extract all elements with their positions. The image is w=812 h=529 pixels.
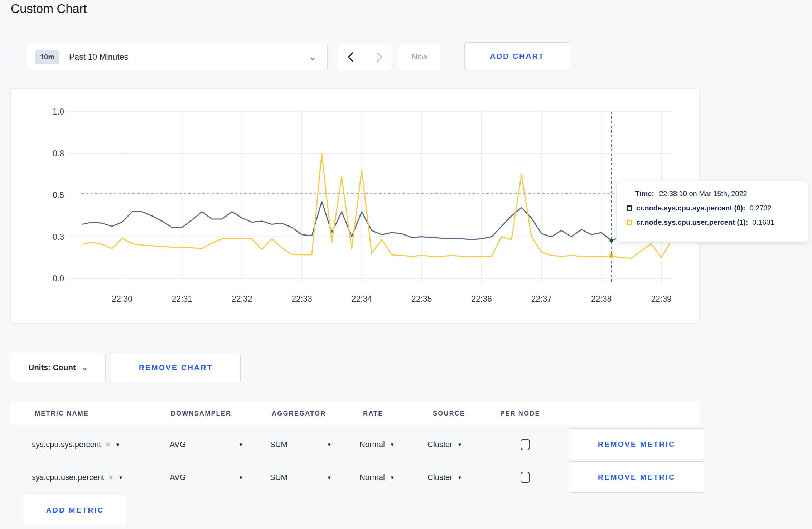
remove-metric-label: REMOVE METRIC [598,473,675,481]
x-axis-tick-label: 22:32 [232,294,252,304]
page-title: Custom Chart [11,1,87,16]
x-axis-tick-label: 22:38 [591,294,612,304]
col-header-metric-name: METRIC NAME [35,410,89,417]
tooltip-series-value: 0.1601 [752,218,774,227]
aggregator-value: SUM [270,473,287,482]
caret-down-icon: ▼ [238,475,243,480]
col-header-per-node: PER NODE [500,410,540,417]
rate-value: Normal [359,440,385,449]
x-axis-tick-label: 22:36 [471,294,492,304]
caret-down-icon: ▼ [238,442,243,447]
now-button-label: Now [412,52,427,62]
next-time-button[interactable] [365,44,392,70]
caret-down-icon: ▼ [119,475,123,480]
rate-value: Normal [359,473,385,482]
tooltip-time-label: Time: [635,190,654,198]
y-axis-tick-label: 0.8 [53,149,64,158]
hover-point-marker [610,239,613,242]
metric-name-value: sys.cpu.sys.percent [32,440,101,449]
remove-metric-label: REMOVE METRIC [598,440,675,448]
tooltip-series-name: cr.node.sys.cpu.user.percent (1): [636,218,748,227]
source-value: Cluster [427,440,453,449]
table-row: sys.cpu.user.percent × ▼ AVG ▼ SUM ▼ Nor… [10,461,700,494]
rate-select[interactable]: Normal ▼ [359,473,395,482]
chart-tooltip: Time: 22:38:10 on Mar 15th, 2022 cr.node… [616,181,808,243]
custom-chart-page: Custom Chart 10m Past 10 Minutes ⌄ Now A… [0,0,812,529]
remove-metric-button[interactable]: REMOVE METRIC [569,461,704,493]
y-axis-tick-label: 1.0 [53,107,64,116]
x-axis-tick-label: 22:33 [291,294,312,304]
downsampler-value: AVG [170,473,186,482]
toolbar-divider [11,43,11,70]
add-chart-label: ADD CHART [490,52,545,60]
source-value: Cluster [427,473,453,482]
metric-name-value: sys.cpu.user.percent [32,473,104,482]
add-metric-button[interactable]: ADD METRIC [23,495,127,525]
x-axis-tick-label: 22:39 [651,294,672,304]
series-line [82,154,671,258]
remove-chart-label: REMOVE CHART [139,363,213,372]
col-header-source: SOURCE [433,410,465,417]
add-metric-label: ADD METRIC [46,506,104,514]
series-sys-swatch-icon [627,205,632,211]
tooltip-series-row: cr.node.sys.cpu.user.percent (1): 0.1601 [627,218,808,227]
source-select[interactable]: Cluster ▼ [427,473,462,482]
metrics-table-header: METRIC NAME DOWNSAMPLER AGGREGATOR RATE … [10,402,700,425]
time-step-buttons [338,44,392,70]
units-label: Units: Count [28,363,76,372]
table-row: sys.cpu.sys.percent × ▼ AVG ▼ SUM ▼ Norm… [10,428,700,461]
add-chart-button[interactable]: ADD CHART [464,42,570,70]
aggregator-select[interactable]: SUM ▼ [270,473,332,482]
tooltip-series-row: cr.node.sys.cpu.sys.percent (0): 0.2732 [627,204,808,212]
time-series-chart[interactable]: 0.00.30.50.81.022:3022:3122:3222:3322:34… [10,88,700,324]
per-node-checkbox[interactable] [521,472,530,483]
hover-point-marker [610,254,613,258]
caret-down-icon: ▼ [327,475,332,480]
caret-down-icon: ▼ [390,442,395,447]
caret-down-icon: ▼ [115,442,120,447]
downsampler-value: AVG [170,440,186,449]
tooltip-time-row: Time: 22:38:10 on Mar 15th, 2022 [627,190,808,198]
series-line [82,202,671,243]
col-header-aggregator: AGGREGATOR [272,410,326,417]
aggregator-value: SUM [270,440,287,449]
time-range-label: Past 10 Minutes [69,52,128,62]
remove-chart-button[interactable]: REMOVE CHART [111,353,241,382]
time-range-dropdown[interactable]: 10m Past 10 Minutes ⌄ [27,44,328,70]
x-axis-tick-label: 22:35 [411,294,432,304]
x-axis-tick-label: 22:31 [172,294,193,304]
caret-down-icon: ▼ [390,475,395,480]
prev-time-button[interactable] [338,44,365,70]
x-axis-tick-label: 22:34 [352,294,372,304]
per-node-checkbox[interactable] [521,439,530,450]
source-select[interactable]: Cluster ▼ [427,440,462,449]
caret-down-icon: ▼ [458,442,462,447]
metric-name-dropdown[interactable]: sys.cpu.user.percent × ▼ [32,472,123,482]
units-dropdown[interactable]: Units: Count ⌄ [11,353,106,382]
col-header-rate: RATE [363,410,383,417]
now-button[interactable]: Now [398,44,441,70]
time-range-badge: 10m [35,50,59,64]
aggregator-select[interactable]: SUM ▼ [270,440,332,449]
downsampler-select[interactable]: AVG ▼ [170,440,243,449]
close-icon[interactable]: × [108,472,113,482]
rate-select[interactable]: Normal ▼ [359,440,395,449]
downsampler-select[interactable]: AVG ▼ [170,473,243,482]
tooltip-series-name: cr.node.sys.cpu.sys.percent (0): [636,204,745,212]
x-axis-tick-label: 22:37 [531,294,552,304]
y-axis-tick-label: 0.3 [53,232,64,242]
caret-down-icon: ▼ [458,475,462,480]
series-user-swatch-icon [627,220,632,225]
tooltip-series-value: 0.2732 [750,204,772,212]
chevron-left-icon [348,52,357,62]
chevron-right-icon [373,52,382,62]
y-axis-tick-label: 0.0 [53,274,64,283]
caret-down-icon: ▼ [327,442,332,447]
metric-name-dropdown[interactable]: sys.cpu.sys.percent × ▼ [32,440,120,450]
col-header-downsampler: DOWNSAMPLER [171,410,231,417]
tooltip-time-value: 22:38:10 on Mar 15th, 2022 [659,190,747,198]
close-icon[interactable]: × [105,440,110,450]
x-axis-tick-label: 22:30 [112,294,132,304]
remove-metric-button[interactable]: REMOVE METRIC [569,428,704,460]
y-axis-tick-label: 0.5 [53,190,64,200]
